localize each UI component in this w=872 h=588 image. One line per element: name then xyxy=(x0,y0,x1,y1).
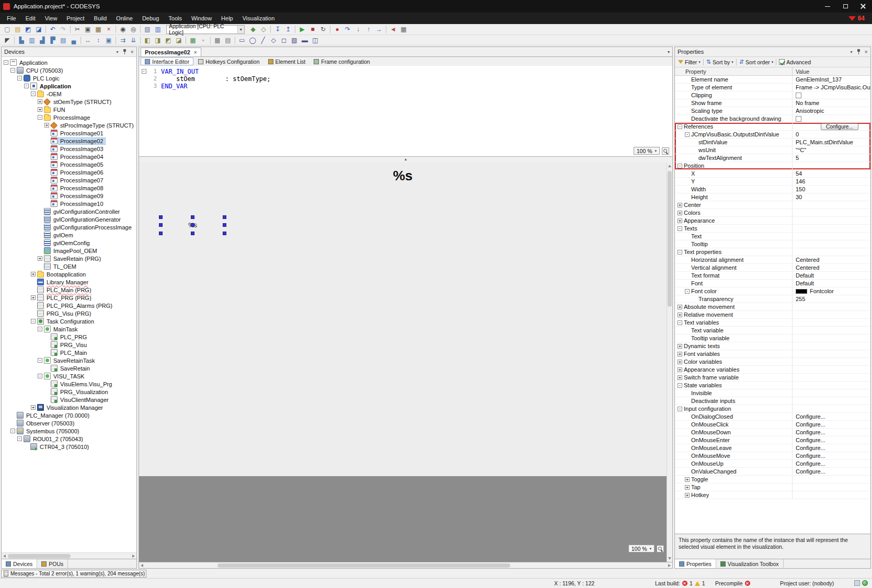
property-value-cell[interactable]: Configure... xyxy=(792,421,870,428)
property-value-cell[interactable] xyxy=(792,405,870,412)
property-value-cell[interactable] xyxy=(792,350,870,358)
copy-button[interactable]: ▣ xyxy=(83,25,93,34)
sort-order-button[interactable]: ⇵ Sort order ▾ xyxy=(738,59,774,65)
property-value-cell[interactable]: Configure... xyxy=(792,429,870,436)
checkbox[interactable] xyxy=(796,116,801,122)
configure-button[interactable]: Configure... xyxy=(821,123,858,130)
pin-icon[interactable] xyxy=(122,49,127,54)
checkbox-checked-icon[interactable] xyxy=(779,59,785,65)
insert-button-button[interactable]: ▬ xyxy=(300,36,310,45)
expand-icon[interactable]: + xyxy=(678,344,682,349)
collapse-icon[interactable]: - xyxy=(678,407,682,411)
tree-item[interactable]: +Bootapplication xyxy=(2,270,136,278)
grid-settings-button[interactable]: ▤ xyxy=(223,36,233,45)
document-list-dropdown-icon[interactable]: ▾ xyxy=(668,50,670,54)
property-row[interactable]: -Texts xyxy=(675,225,870,233)
selection-handle-rt[interactable] xyxy=(223,215,226,219)
property-value-cell[interactable]: Default xyxy=(792,280,870,287)
combo-dropdown-icon[interactable]: ▾ xyxy=(237,26,244,33)
property-row[interactable]: OnMouseUpConfigure... xyxy=(675,460,870,468)
tab-devices[interactable]: Devices xyxy=(2,559,37,568)
property-value-cell[interactable]: 0 xyxy=(792,131,870,138)
distribute-vertically-button[interactable]: ⇊ xyxy=(128,36,139,45)
tree-item[interactable]: +Visualization Manager xyxy=(2,403,136,411)
property-row[interactable]: Tooltip variable xyxy=(675,335,870,342)
menu-debug[interactable]: Debug xyxy=(137,14,164,23)
selection-handle-rm[interactable] xyxy=(223,223,226,227)
tree-item[interactable]: ProcessImage03 xyxy=(2,145,136,153)
panel-close-icon[interactable]: × xyxy=(865,49,868,54)
property-row[interactable]: Clipping xyxy=(675,91,870,99)
property-row[interactable]: -Font colorFontcolor xyxy=(675,287,870,295)
property-row[interactable]: +Color variables xyxy=(675,358,870,366)
active-application-combo[interactable]: Application [CPU: PLC Logic] ▾ xyxy=(166,25,245,34)
code-line[interactable]: 2 stOem : stOemType; xyxy=(139,75,672,83)
tree-item[interactable]: -PLC Logic xyxy=(2,74,136,82)
sort-by-button[interactable]: ⇅ Sort by ▾ xyxy=(705,59,735,65)
property-row[interactable]: -Position xyxy=(675,162,870,170)
tree-item[interactable]: ProcessImage02 xyxy=(2,137,136,145)
property-row[interactable]: Type of elementFrame -> JCmpVisuBasic.Ou… xyxy=(675,84,870,91)
tree-item[interactable]: gvlConfigurationController xyxy=(2,207,136,215)
collapse-icon[interactable]: - xyxy=(678,226,682,231)
selection-handle-lt[interactable] xyxy=(159,215,163,219)
tree-item[interactable]: -ProcessImage xyxy=(2,113,136,121)
property-value-cell[interactable] xyxy=(792,476,870,483)
tab-interface-editor[interactable]: Interface Editor xyxy=(141,57,193,65)
property-row[interactable]: -Text variables xyxy=(675,319,870,327)
property-row[interactable]: FontDefault xyxy=(675,280,870,287)
expand-icon[interactable]: + xyxy=(678,218,682,223)
property-value-cell[interactable]: 146 xyxy=(792,178,870,185)
tree-item[interactable]: +stOemType (STRUCT) xyxy=(2,98,136,106)
scroll-right-icon[interactable] xyxy=(668,564,671,567)
property-value-cell[interactable]: Configure... xyxy=(792,452,870,459)
property-value-cell[interactable] xyxy=(792,311,870,318)
tree-item[interactable]: +SaveRetain (PRG) xyxy=(2,255,136,262)
property-row[interactable]: OnMouseEnterConfigure... xyxy=(675,436,870,444)
property-value-cell[interactable] xyxy=(792,303,870,310)
tree-item[interactable]: -Application xyxy=(2,59,136,66)
menu-help[interactable]: Help xyxy=(216,14,238,23)
scroll-left-icon[interactable] xyxy=(141,564,143,567)
property-row[interactable]: Horizontal alignmentCentered xyxy=(675,256,870,264)
property-value-cell[interactable] xyxy=(792,397,870,405)
property-value-cell[interactable]: Anisotropic xyxy=(792,107,870,114)
step-over-button[interactable]: ↷ xyxy=(342,25,353,34)
tab-properties[interactable]: Properties xyxy=(675,559,716,568)
menu-project[interactable]: Project xyxy=(62,14,89,23)
selected-visu-element[interactable]: %s xyxy=(161,217,224,233)
breakpoint-button[interactable]: ● xyxy=(332,25,342,34)
property-row[interactable]: +Switch frame variable xyxy=(675,374,870,382)
advanced-checkbox[interactable]: Advanced xyxy=(778,59,812,65)
generate-code-button[interactable]: ◇ xyxy=(258,25,269,34)
property-value-cell[interactable]: 5 xyxy=(792,154,870,162)
delete-button[interactable]: × xyxy=(104,25,114,34)
configure-link[interactable]: Configure... xyxy=(796,468,825,475)
tree-item[interactable]: CTR04_3 (705010) xyxy=(2,443,136,451)
property-value-cell[interactable]: 30 xyxy=(792,193,870,201)
panel-menu-icon[interactable]: ▾ xyxy=(117,50,119,54)
visualization-canvas[interactable]: %s %s xyxy=(139,163,667,476)
insert-rectangle-button[interactable]: ▭ xyxy=(237,36,247,45)
login-button[interactable]: ↧ xyxy=(272,25,283,34)
maximize-button[interactable] xyxy=(836,0,854,13)
tree-item[interactable]: +FUN xyxy=(2,106,136,113)
tree-item[interactable]: SaveRetain xyxy=(2,364,136,372)
property-value-cell[interactable]: 54 xyxy=(792,170,870,177)
property-value-cell[interactable]: PLC_Main.stDintValue xyxy=(792,139,870,146)
run-to-cursor-button[interactable]: → xyxy=(374,25,384,34)
collapse-icon[interactable]: - xyxy=(17,436,22,441)
property-row[interactable]: -Input configuration xyxy=(675,405,870,413)
property-row[interactable]: +Absolute movement xyxy=(675,303,870,311)
collapse-icon[interactable]: - xyxy=(38,358,42,363)
configure-link[interactable]: Configure... xyxy=(796,445,825,451)
property-row[interactable]: Element nameGenElemInst_137 xyxy=(675,76,870,84)
collapse-icon[interactable]: - xyxy=(38,115,42,120)
insert-line-button[interactable]: ╱ xyxy=(258,36,268,45)
tab-close-icon[interactable]: × xyxy=(194,50,197,55)
compile-button[interactable]: ◆ xyxy=(248,25,258,34)
property-value-cell[interactable] xyxy=(792,491,870,499)
expand-icon[interactable]: + xyxy=(678,375,682,380)
property-row[interactable]: +Font variables xyxy=(675,350,870,358)
tree-item[interactable]: PRG_Visualization xyxy=(2,388,136,396)
